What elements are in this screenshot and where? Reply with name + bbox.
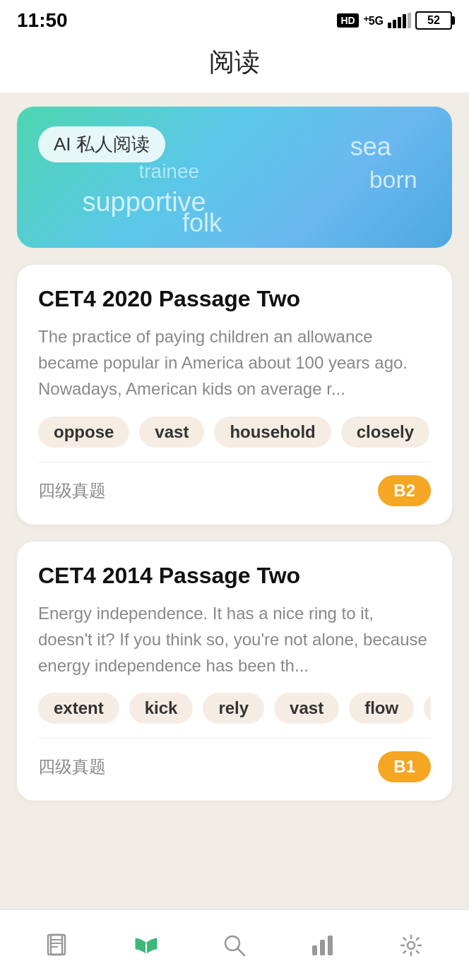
tag-closely: closely <box>341 417 429 448</box>
page-title: 阅读 <box>0 45 469 80</box>
signal-icon <box>388 13 411 28</box>
card-cet4-2014[interactable]: CET4 2014 Passage Two Energy independenc… <box>17 542 452 801</box>
stats-icon <box>307 929 339 962</box>
level-badge-b1: B1 <box>378 751 431 782</box>
tags-row-1: oppose vast household closely shall <box>38 417 431 448</box>
card-title-1: CET4 2020 Passage Two <box>38 286 431 312</box>
tag-vast: vast <box>139 417 204 448</box>
card-excerpt-2: Energy independence. It has a nice ring … <box>38 600 431 679</box>
card-category-2: 四级真题 <box>38 755 106 778</box>
svg-point-11 <box>408 942 415 949</box>
nav-item-reading[interactable] <box>102 929 191 962</box>
banner-word-born: born <box>369 166 417 193</box>
tags-row-2: extent kick rely vast flow massiv <box>38 693 431 724</box>
card-footer-2: 四级真题 B1 <box>38 738 431 782</box>
book-icon <box>42 929 74 962</box>
hd-badge: HD <box>337 13 358 28</box>
network-badge: ⁺5G <box>363 14 384 28</box>
svg-rect-10 <box>328 936 333 955</box>
bottom-nav <box>0 909 469 980</box>
tag-extent: extent <box>38 693 119 724</box>
banner-word-folk: folk <box>182 208 222 238</box>
main-content: AI 私人阅读 trainee sea born supportive folk… <box>0 92 469 909</box>
level-badge-b2: B2 <box>378 475 431 506</box>
tag-oppose: oppose <box>38 417 129 448</box>
battery-indicator: 52 <box>415 11 452 30</box>
nav-item-search[interactable] <box>191 929 279 962</box>
tag-massiv: massiv <box>424 693 431 724</box>
status-time: 11:50 <box>17 9 68 32</box>
tag-kick: kick <box>129 693 194 724</box>
status-icons: HD ⁺5G 52 <box>337 11 452 30</box>
ai-banner-label: AI 私人阅读 <box>38 126 165 162</box>
reading-icon <box>130 929 162 962</box>
tag-flow: flow <box>349 693 414 724</box>
tag-household: household <box>214 417 331 448</box>
nav-item-settings[interactable] <box>367 929 455 962</box>
card-cet4-2020[interactable]: CET4 2020 Passage Two The practice of pa… <box>17 265 452 525</box>
banner-word-trainee: trainee <box>138 160 199 183</box>
nav-item-book[interactable] <box>14 929 102 962</box>
ai-banner[interactable]: AI 私人阅读 trainee sea born supportive folk <box>17 107 452 248</box>
banner-word-sea: sea <box>350 132 391 162</box>
tag-vast2: vast <box>274 693 339 724</box>
svg-line-7 <box>237 948 244 955</box>
search-icon <box>218 929 251 962</box>
settings-icon <box>395 929 427 962</box>
card-category-1: 四级真题 <box>38 479 106 502</box>
nav-item-stats[interactable] <box>278 929 367 962</box>
card-excerpt-1: The practice of paying children an allow… <box>38 323 431 402</box>
card-footer-1: 四级真题 B2 <box>38 462 431 506</box>
svg-rect-8 <box>312 945 317 955</box>
tag-rely: rely <box>203 693 264 724</box>
status-bar: 11:50 HD ⁺5G 52 <box>0 0 469 38</box>
svg-rect-9 <box>320 940 325 955</box>
page-title-bar: 阅读 <box>0 38 469 92</box>
card-title-2: CET4 2014 Passage Two <box>38 563 431 589</box>
banner-word-supportive: supportive <box>82 187 206 217</box>
